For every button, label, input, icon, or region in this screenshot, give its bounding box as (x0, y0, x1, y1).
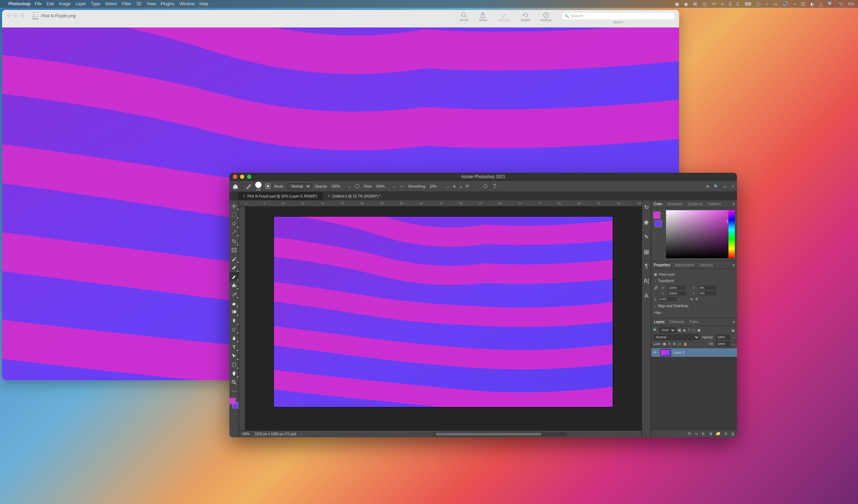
link-layers-icon[interactable]: ⌘ (688, 431, 691, 436)
pressure-size-icon[interactable] (483, 183, 488, 189)
layer-fill-input[interactable] (716, 341, 730, 346)
statusbar-icon[interactable]: ⎙ (729, 1, 732, 7)
vertical-ruler[interactable] (239, 207, 245, 430)
hue-slider[interactable] (728, 210, 735, 258)
eraser-tool[interactable] (229, 299, 239, 307)
statusbar-icon[interactable]: ⌨ (745, 1, 751, 7)
smoothing-input[interactable] (430, 184, 443, 188)
wand-tool[interactable] (229, 228, 239, 237)
tab-libraries[interactable]: Libraries (698, 262, 713, 268)
foreground-color-swatch[interactable] (229, 398, 236, 404)
menu-plugins[interactable]: Plugins (161, 1, 174, 6)
menu-3d[interactable]: 3D (136, 1, 142, 6)
rotation-input[interactable] (659, 297, 676, 301)
menu-view[interactable]: View (146, 1, 156, 6)
app-menu[interactable]: Photoshop (8, 1, 31, 6)
preview-share-tool[interactable]: Share (479, 12, 487, 22)
zoom-tool[interactable] (229, 378, 239, 387)
home-icon[interactable] (232, 183, 239, 189)
statusbar-icon[interactable]: ▢ (756, 1, 761, 7)
tab-adjustments[interactable]: Adjustments (674, 262, 695, 268)
link-icon[interactable]: 🔗 (654, 286, 658, 290)
statusbar-icon[interactable]: C (737, 1, 740, 7)
shape-tool[interactable] (229, 360, 239, 369)
preview-zoom-button[interactable] (20, 13, 25, 18)
search-icon[interactable]: ◔ (706, 184, 709, 188)
paragraph-panel-icon[interactable]: ¶ (643, 263, 649, 269)
horizontal-scrollbar[interactable] (433, 432, 568, 436)
statusbar-icon[interactable]: ▭ (773, 1, 778, 7)
hand-tool[interactable] (229, 369, 239, 378)
statusbar-icon[interactable]: ▣ (675, 1, 679, 7)
width-input[interactable] (668, 286, 685, 290)
ps-zoom-button[interactable] (247, 175, 251, 179)
zoom-level[interactable]: 50% (242, 432, 250, 436)
filter-type-icon[interactable]: T (688, 328, 690, 332)
brush-preset-picker[interactable]: 123 (255, 182, 262, 191)
statusbar-icon[interactable]: ⎋ (721, 1, 724, 7)
filter-type-select[interactable]: Kind (659, 327, 676, 333)
info-panel-icon[interactable]: ◉ (643, 219, 649, 225)
filter-adjustment-icon[interactable]: ◐ (683, 328, 686, 332)
menu-layer[interactable]: Layer (76, 1, 86, 6)
filter-toggle-icon[interactable]: ⬓ (732, 328, 735, 332)
flip-vertical-icon[interactable]: ⇵ (695, 297, 698, 301)
tab-properties[interactable]: Properties (653, 262, 671, 268)
pen-tool[interactable] (229, 334, 239, 342)
statusbar-icon[interactable]: ○ (766, 1, 768, 7)
menu-file[interactable]: File (35, 1, 42, 6)
lock-transparency-icon[interactable]: ▦ (663, 342, 666, 346)
preview-minimize-button[interactable] (13, 13, 18, 18)
flow-input[interactable] (376, 184, 389, 188)
filter-smart-icon[interactable]: ▣ (697, 328, 701, 332)
brush-tool-icon[interactable] (246, 183, 252, 189)
chevron-down-icon[interactable]: ⌄ (732, 342, 735, 346)
angle-input[interactable] (466, 184, 479, 188)
panel-menu-icon[interactable]: ≡ (733, 202, 735, 206)
lock-artboard-icon[interactable]: ▢ (678, 342, 681, 346)
gradient-tool[interactable] (229, 308, 239, 316)
layer-opacity-input[interactable] (716, 335, 730, 340)
height-input[interactable] (668, 291, 686, 296)
marquee-tool[interactable] (229, 211, 239, 219)
bluetooth-icon[interactable]: ⌁ (793, 1, 796, 7)
panel-bg-swatch[interactable] (655, 220, 662, 227)
lock-pixels-icon[interactable]: ✎ (668, 342, 671, 346)
preview-close-button[interactable] (6, 13, 11, 18)
menu-type[interactable]: Type (91, 1, 100, 6)
visibility-toggle-icon[interactable]: 👁 (653, 351, 658, 354)
actions-panel-icon[interactable]: ▤ (643, 248, 649, 255)
menu-help[interactable]: Help (199, 1, 208, 6)
brush-tool[interactable] (229, 272, 239, 281)
layer-mask-icon[interactable]: ◐ (702, 431, 705, 436)
statusbar-icon[interactable]: ◫ (702, 1, 707, 7)
preview-markup-tool[interactable]: Markup (541, 12, 551, 22)
layer-style-icon[interactable]: fx (695, 432, 698, 436)
chevron-down-icon[interactable]: ⌄ (654, 304, 656, 308)
doc-info[interactable]: 1920 px x 1080 px (72 ppi) (254, 432, 296, 436)
color-field[interactable] (666, 210, 733, 258)
chevron-right-icon[interactable]: › (301, 432, 302, 436)
layer-thumbnail[interactable] (660, 349, 671, 356)
panel-menu-icon[interactable]: ≡ (733, 263, 735, 267)
close-icon[interactable]: × (328, 194, 330, 199)
share-icon[interactable]: ⇧ (731, 184, 734, 188)
ps-minimize-button[interactable] (240, 175, 244, 179)
character-panel-icon[interactable]: A| (643, 278, 649, 284)
frame-tool[interactable] (229, 246, 239, 254)
move-tool[interactable] (229, 202, 239, 210)
blend-mode-select[interactable]: Normal (288, 183, 311, 189)
statusbar-icon[interactable]: YI (712, 1, 716, 7)
close-icon[interactable]: × (243, 194, 245, 199)
adjustment-layer-icon[interactable]: ◑ (709, 431, 712, 436)
tab-patterns[interactable]: Patterns (707, 201, 721, 207)
horizontal-ruler[interactable]: 0 5 10 15 20 25 30 35 40 45 50 55 60 65 … (239, 200, 642, 207)
type-tool[interactable]: T (229, 343, 239, 351)
menu-filter[interactable]: Filter (122, 1, 131, 6)
opacity-input[interactable] (331, 184, 344, 188)
layer-name[interactable]: Layer 0 (673, 351, 685, 354)
history-brush-tool[interactable] (229, 290, 239, 298)
symmetry-icon[interactable] (492, 183, 498, 189)
dodge-tool[interactable] (229, 325, 239, 334)
flip-horizontal-icon[interactable]: ⇋ (690, 297, 693, 301)
